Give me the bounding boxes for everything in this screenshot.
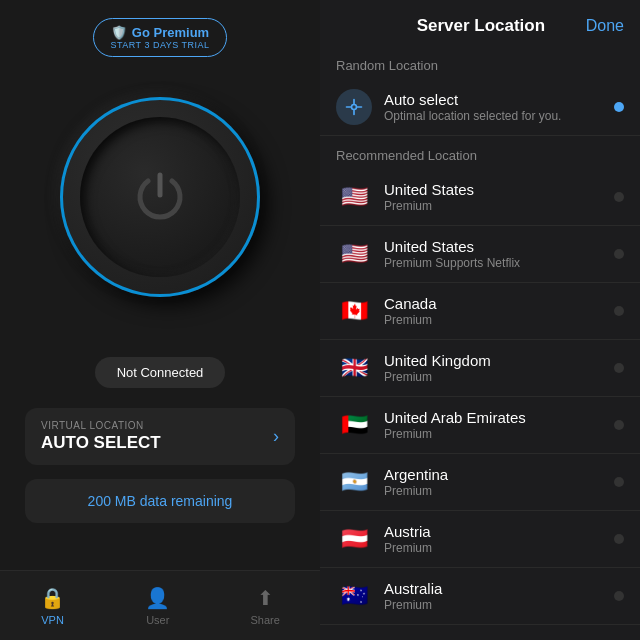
server-item-australia[interactable]: 🇦🇺 Australia Premium	[320, 568, 640, 625]
status-label: Not Connected	[117, 365, 204, 380]
arrow-right-icon: ›	[273, 426, 279, 447]
server-name-uae: United Arab Emirates	[384, 409, 614, 426]
server-sub-argentina: Premium	[384, 484, 614, 498]
server-item-us-2[interactable]: 🇺🇸 United States Premium Supports Netfli…	[320, 226, 640, 283]
server-info-austria: Austria Premium	[384, 523, 614, 555]
server-sub-uae: Premium	[384, 427, 614, 441]
server-item-canada[interactable]: 🇨🇦 Canada Premium	[320, 283, 640, 340]
flag-us-1: 🇺🇸	[336, 179, 372, 215]
power-inner	[80, 117, 240, 277]
auto-select-icon	[336, 89, 372, 125]
nav-item-share[interactable]: ⬆ Share	[251, 586, 280, 626]
server-sub-australia: Premium	[384, 598, 614, 612]
server-info-australia: Australia Premium	[384, 580, 614, 612]
flag-uk: 🇬🇧	[336, 350, 372, 386]
server-sub-canada: Premium	[384, 313, 614, 327]
server-sub-us-2: Premium Supports Netflix	[384, 256, 614, 270]
server-name-argentina: Argentina	[384, 466, 614, 483]
nav-user-label: User	[146, 614, 169, 626]
go-premium-button[interactable]: 🛡️ Go Premium START 3 DAYS TRIAL	[93, 18, 226, 57]
nav-share-label: Share	[251, 614, 280, 626]
recommended-location-header: Recommended Location	[320, 136, 640, 169]
connection-status-badge: Not Connected	[95, 357, 226, 388]
power-icon	[130, 167, 190, 227]
server-name-us-1: United States	[384, 181, 614, 198]
auto-select-indicator	[614, 102, 624, 112]
shield-icon: 🛡️	[111, 25, 127, 40]
server-dot-us-1	[614, 192, 624, 202]
server-name-australia: Australia	[384, 580, 614, 597]
server-item-uk[interactable]: 🇬🇧 United Kingdom Premium	[320, 340, 640, 397]
virtual-location-value: AUTO SELECT	[41, 433, 161, 453]
right-panel: Server Location Done Random Location Aut…	[320, 0, 640, 640]
server-sub-uk: Premium	[384, 370, 614, 384]
server-dot-canada	[614, 306, 624, 316]
flag-australia: 🇦🇺	[336, 578, 372, 614]
auto-select-item[interactable]: Auto select Optimal location selected fo…	[320, 79, 640, 136]
server-list: Random Location Auto select Optimal loca…	[320, 46, 640, 640]
random-location-header: Random Location	[320, 46, 640, 79]
server-info-uae: United Arab Emirates Premium	[384, 409, 614, 441]
virtual-location-info: Virtual Location AUTO SELECT	[41, 420, 161, 453]
server-item-austria[interactable]: 🇦🇹 Austria Premium	[320, 511, 640, 568]
share-icon: ⬆	[257, 586, 274, 610]
trial-label: START 3 DAYS TRIAL	[110, 40, 209, 50]
auto-select-info: Auto select Optimal location selected fo…	[384, 91, 614, 123]
server-name-uk: United Kingdom	[384, 352, 614, 369]
server-location-header: Server Location Done	[320, 0, 640, 46]
done-button[interactable]: Done	[586, 17, 624, 35]
bottom-navigation: 🔒 VPN 👤 User ⬆ Share	[0, 570, 320, 640]
flag-argentina: 🇦🇷	[336, 464, 372, 500]
nav-item-vpn[interactable]: 🔒 VPN	[40, 586, 65, 626]
server-dot-uk	[614, 363, 624, 373]
power-button-container	[60, 97, 260, 297]
power-button[interactable]	[60, 97, 260, 297]
server-info-uk: United Kingdom Premium	[384, 352, 614, 384]
server-info-argentina: Argentina Premium	[384, 466, 614, 498]
flag-austria: 🇦🇹	[336, 521, 372, 557]
flag-uae: 🇦🇪	[336, 407, 372, 443]
flag-canada: 🇨🇦	[336, 293, 372, 329]
server-item-uae[interactable]: 🇦🇪 United Arab Emirates Premium	[320, 397, 640, 454]
vpn-icon: 🔒	[40, 586, 65, 610]
auto-select-sub: Optimal location selected for you.	[384, 109, 614, 123]
server-info-us-2: United States Premium Supports Netflix	[384, 238, 614, 270]
server-name-austria: Austria	[384, 523, 614, 540]
server-name-canada: Canada	[384, 295, 614, 312]
go-premium-label: Go Premium	[132, 25, 209, 40]
nav-item-user[interactable]: 👤 User	[145, 586, 170, 626]
server-dot-australia	[614, 591, 624, 601]
server-dot-argentina	[614, 477, 624, 487]
data-remaining-info: 200 MB data remaining	[25, 479, 295, 523]
server-info-canada: Canada Premium	[384, 295, 614, 327]
server-sub-us-1: Premium	[384, 199, 614, 213]
nav-vpn-label: VPN	[41, 614, 64, 626]
server-dot-austria	[614, 534, 624, 544]
server-item-argentina[interactable]: 🇦🇷 Argentina Premium	[320, 454, 640, 511]
auto-select-name: Auto select	[384, 91, 614, 108]
flag-us-2: 🇺🇸	[336, 236, 372, 272]
server-name-us-2: United States	[384, 238, 614, 255]
server-dot-us-2	[614, 249, 624, 259]
left-panel: 🛡️ Go Premium START 3 DAYS TRIAL Not Con…	[0, 0, 320, 640]
server-info-us-1: United States Premium	[384, 181, 614, 213]
user-icon: 👤	[145, 586, 170, 610]
server-location-title: Server Location	[376, 16, 586, 36]
data-remaining-label: 200 MB data remaining	[88, 493, 233, 509]
server-sub-austria: Premium	[384, 541, 614, 555]
virtual-location-selector[interactable]: Virtual Location AUTO SELECT ›	[25, 408, 295, 465]
svg-point-0	[352, 105, 357, 110]
virtual-location-label: Virtual Location	[41, 420, 161, 431]
server-item-us-1[interactable]: 🇺🇸 United States Premium	[320, 169, 640, 226]
server-dot-uae	[614, 420, 624, 430]
